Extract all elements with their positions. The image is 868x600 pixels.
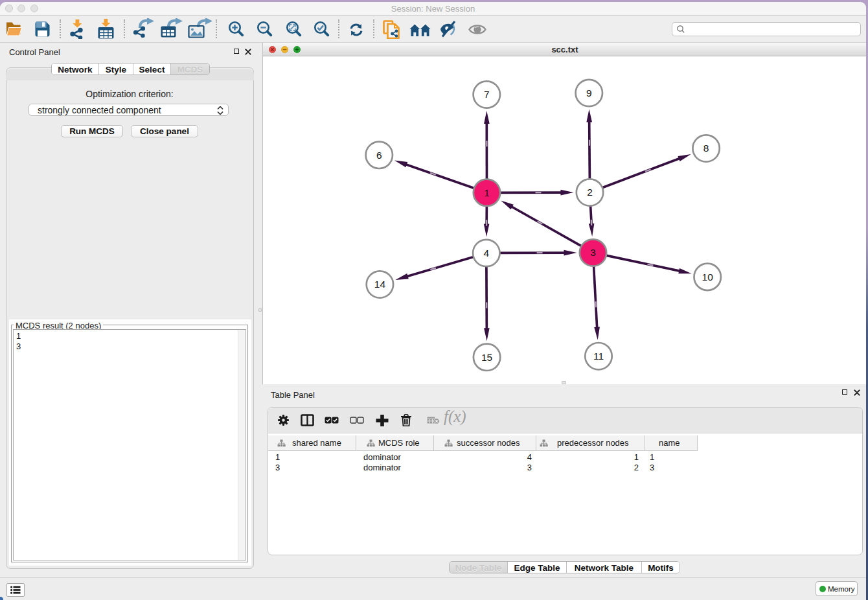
svg-text:9: 9 bbox=[586, 87, 592, 98]
svg-text:11: 11 bbox=[593, 351, 604, 362]
svg-text:4: 4 bbox=[483, 248, 489, 259]
svg-text:8: 8 bbox=[703, 143, 709, 154]
svg-text:7: 7 bbox=[484, 89, 490, 100]
svg-text:10: 10 bbox=[702, 271, 714, 283]
svg-text:6: 6 bbox=[376, 150, 382, 161]
svg-text:2: 2 bbox=[587, 187, 593, 198]
svg-text:14: 14 bbox=[374, 279, 386, 290]
svg-text:15: 15 bbox=[481, 352, 492, 363]
svg-text:1: 1 bbox=[484, 187, 490, 198]
svg-text:3: 3 bbox=[590, 247, 596, 258]
